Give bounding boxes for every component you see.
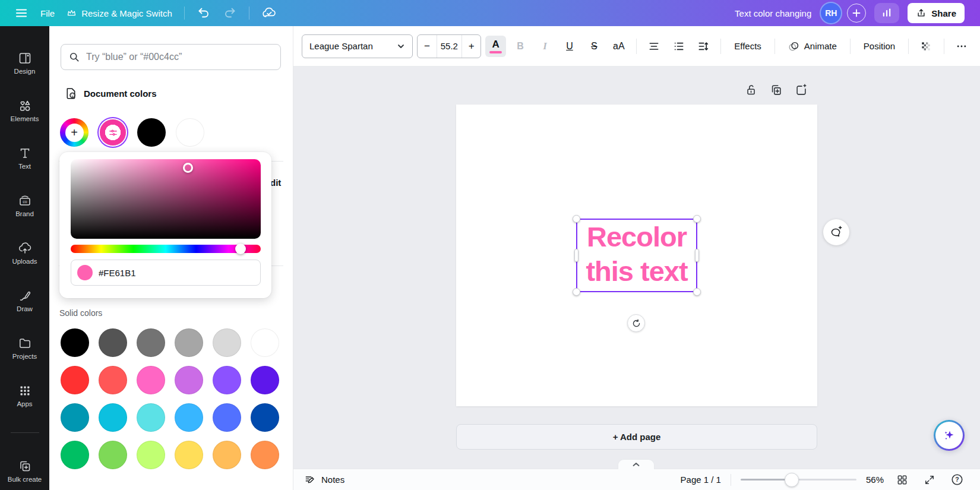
solid-color-swatch[interactable] <box>99 441 127 469</box>
position-button[interactable]: Position <box>858 36 901 57</box>
active-color-swatch[interactable] <box>100 119 126 146</box>
alignment-button[interactable] <box>644 36 664 57</box>
solid-color-swatch[interactable] <box>251 366 279 394</box>
italic-button[interactable]: I <box>535 36 555 57</box>
more-options-button[interactable] <box>951 36 972 57</box>
hue-slider[interactable] <box>71 245 261 253</box>
solid-color-swatch[interactable] <box>175 441 203 469</box>
solid-color-swatch[interactable] <box>137 441 165 469</box>
menu-button[interactable] <box>14 6 29 20</box>
selection-handle-sw[interactable] <box>573 288 580 296</box>
solid-color-swatch[interactable] <box>213 366 241 394</box>
solid-color-swatch[interactable] <box>61 328 89 357</box>
hex-input[interactable] <box>99 268 188 278</box>
font-size-increase-button[interactable]: + <box>462 35 480 58</box>
solid-color-swatch[interactable] <box>99 403 127 432</box>
sidebar-item-elements[interactable]: Elements <box>2 91 48 129</box>
color-search[interactable] <box>61 44 281 70</box>
selection-handle-west[interactable] <box>574 249 578 262</box>
solid-color-swatch[interactable] <box>137 403 165 432</box>
share-button[interactable]: Share <box>908 3 965 23</box>
solid-color-swatch[interactable] <box>175 366 203 394</box>
solid-color-swatch[interactable] <box>137 328 165 357</box>
solid-color-swatch[interactable] <box>175 328 203 357</box>
insights-button[interactable] <box>874 3 899 23</box>
solid-color-swatch[interactable] <box>137 366 165 394</box>
transparency-button[interactable] <box>916 36 936 57</box>
add-color-swatch[interactable]: + <box>60 118 88 147</box>
solid-color-swatch[interactable] <box>251 328 279 357</box>
animate-button[interactable]: Animate <box>782 36 843 57</box>
sidebar-item-label: Design <box>14 68 36 75</box>
add-page-icon-button[interactable] <box>794 83 809 98</box>
selection-box[interactable] <box>576 219 697 292</box>
help-button[interactable]: ? <box>948 471 966 489</box>
sidebar-item-design[interactable]: Design <box>2 44 48 81</box>
expand-notes-tab[interactable] <box>618 459 655 469</box>
solid-color-swatch[interactable] <box>251 403 279 432</box>
spacing-button[interactable] <box>693 36 713 57</box>
notes-button[interactable]: Notes <box>304 474 344 486</box>
undo-button[interactable] <box>197 6 211 20</box>
sidebar-item-text[interactable]: Text <box>2 139 48 176</box>
doc-title[interactable]: Text color changing <box>735 8 811 18</box>
doc-color-swatch-white[interactable] <box>176 118 204 147</box>
document-colors-icon <box>64 87 78 100</box>
saturation-cursor[interactable] <box>183 163 193 173</box>
zoom-slider[interactable] <box>741 473 856 487</box>
text-color-button[interactable]: A <box>485 36 505 57</box>
list-button[interactable] <box>668 36 688 57</box>
font-size-decrease-button[interactable]: − <box>418 35 436 58</box>
add-page-button[interactable]: + Add page <box>456 424 817 450</box>
bold-button[interactable]: B <box>510 36 530 57</box>
selection-handle-ne[interactable] <box>693 215 701 223</box>
solid-color-swatch[interactable] <box>213 403 241 432</box>
sidebar-item-projects[interactable]: Projects <box>2 329 48 366</box>
selection-handle-east[interactable] <box>695 249 699 262</box>
undo-icon <box>197 6 211 20</box>
resize-magic-switch-button[interactable]: Resize & Magic Switch <box>67 8 172 18</box>
solid-color-swatch[interactable] <box>99 328 127 357</box>
save-status-button[interactable] <box>261 5 277 21</box>
strikethrough-button[interactable]: S <box>584 36 604 57</box>
solid-color-swatch[interactable] <box>251 441 279 469</box>
add-member-button[interactable] <box>847 4 866 23</box>
sidebar-item-bulk-create[interactable]: Bulk create <box>2 453 48 490</box>
text-case-button[interactable]: aA <box>609 36 629 57</box>
solid-color-swatch[interactable] <box>213 441 241 469</box>
grid-view-button[interactable] <box>893 471 911 489</box>
color-search-input[interactable] <box>86 52 273 62</box>
projects-icon <box>18 336 32 350</box>
underline-button[interactable]: U <box>559 36 580 57</box>
sidebar-item-draw[interactable]: Draw <box>2 282 48 319</box>
fullscreen-button[interactable] <box>921 471 938 489</box>
sidebar-item-brand[interactable]: co Brand <box>2 186 48 224</box>
effects-button[interactable]: Effects <box>728 36 767 57</box>
hue-slider-handle[interactable] <box>235 244 246 254</box>
solid-color-swatch[interactable] <box>213 328 241 357</box>
solid-color-swatch[interactable] <box>61 366 89 394</box>
selection-handle-se[interactable] <box>693 288 701 296</box>
doc-color-swatch-black[interactable] <box>137 118 166 147</box>
redo-button[interactable] <box>223 6 237 20</box>
hex-input-box[interactable] <box>71 260 261 286</box>
lock-button[interactable] <box>744 83 759 98</box>
selection-handle-nw[interactable] <box>573 215 580 223</box>
font-size-value[interactable]: 55.2 <box>437 35 462 58</box>
saturation-brightness-area[interactable] <box>71 159 261 239</box>
solid-color-swatch[interactable] <box>175 403 203 432</box>
rotate-handle[interactable] <box>627 314 645 332</box>
sidebar-item-uploads[interactable]: Uploads <box>2 234 48 271</box>
solid-color-swatch[interactable] <box>61 441 89 469</box>
solid-color-swatch[interactable] <box>61 403 89 432</box>
file-menu-button[interactable]: File <box>40 8 55 18</box>
solid-color-swatch[interactable] <box>99 366 127 394</box>
sidebar-item-apps[interactable]: Apps <box>2 377 48 414</box>
comment-button[interactable] <box>823 219 849 245</box>
avatar[interactable]: RH <box>820 2 842 24</box>
magic-assistant-button[interactable] <box>934 420 965 451</box>
font-family-select[interactable]: League Spartan <box>302 34 413 58</box>
text-color-label: A <box>492 39 500 50</box>
duplicate-page-button[interactable] <box>769 83 784 98</box>
zoom-slider-handle[interactable] <box>785 473 799 487</box>
